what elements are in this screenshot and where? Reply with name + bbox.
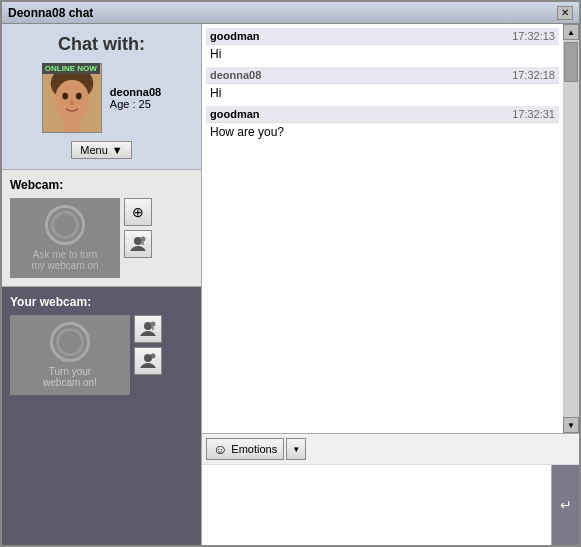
send-icon: ↵ [560,497,572,513]
left-panel: Chat with: ONLINE NOW [2,24,202,545]
chat-with-section: Chat with: ONLINE NOW [2,24,201,170]
local-webcam-preview: Turn yourwebcam on! [10,315,130,395]
scroll-thumb[interactable] [564,42,578,82]
your-webcam-box: Turn yourwebcam on! [10,315,193,395]
menu-button[interactable]: Menu ▼ [71,141,131,159]
zoom-in-icon: ⊕ [132,204,144,220]
username-label: deonna08 [110,86,161,98]
scrollbar: ▲ ▼ [563,24,579,433]
chevron-down-icon: ▼ [112,144,123,156]
bottom-bar: ☺ Emotions ▼ ↵ [202,433,579,545]
webcam-section: Webcam: Ask me to turnmy webcam on ⊕ [2,170,201,287]
chat-area-wrapper: goodman 17:32:13 Hi deonna08 17:32:18 Hi [202,24,579,433]
svg-point-4 [76,93,82,100]
camera-icon [139,353,157,369]
ask-webcam-text: Ask me to turnmy webcam on [31,249,98,271]
chat-with-title: Chat with: [58,34,145,55]
emotions-dropdown[interactable]: ▼ [286,438,306,460]
chat-window: Deonna08 chat ✕ Chat with: ONLINE NOW [0,0,581,547]
message-body: How are you? [206,123,559,143]
message-sender: deonna08 [210,69,261,81]
message-time: 17:32:13 [512,30,555,42]
message-sender: goodman [210,108,260,120]
webcam-person-icon [129,236,147,252]
dropdown-arrow-icon: ▼ [292,445,300,454]
right-panel: goodman 17:32:13 Hi deonna08 17:32:18 Hi [202,24,579,545]
input-area: ↵ [202,465,579,545]
chat-messages[interactable]: goodman 17:32:13 Hi deonna08 17:32:18 Hi [202,24,563,433]
age-label: Age : 25 [110,98,161,110]
remote-webcam-preview: Ask me to turnmy webcam on [10,198,120,278]
table-row: goodman 17:32:13 Hi [206,28,559,65]
message-header: goodman 17:32:31 [206,106,559,123]
close-button[interactable]: ✕ [557,6,573,20]
message-body: Hi [206,45,559,65]
message-sender: goodman [210,30,260,42]
your-webcam-wrapper: Your webcam: Turn yourwebcam on! [2,287,201,545]
scroll-up-arrow[interactable]: ▲ [563,24,579,40]
your-webcam-btn-2[interactable] [134,347,162,375]
message-input[interactable] [202,465,551,545]
message-body: Hi [206,84,559,104]
svg-rect-6 [64,118,79,132]
webcam-icon-button[interactable] [124,230,152,258]
smiley-icon: ☺ [213,441,227,457]
webcam-controls: ⊕ [124,198,152,278]
your-webcam-controls [134,315,162,395]
your-webcam-circle [50,322,90,362]
online-badge: ONLINE NOW [42,63,100,74]
svg-point-5 [70,100,74,105]
your-webcam-btn-1[interactable] [134,315,162,343]
webcam-section-label: Webcam: [10,178,193,192]
svg-point-14 [151,354,155,358]
emotions-bar: ☺ Emotions ▼ [202,434,579,465]
turn-webcam-text: Turn yourwebcam on! [43,366,97,388]
user-text: deonna08 Age : 25 [110,86,161,110]
message-header: goodman 17:32:13 [206,28,559,45]
user-info-box: ONLINE NOW [42,63,161,133]
emotions-label: Emotions [231,443,277,455]
svg-point-8 [141,237,146,242]
main-content: Chat with: ONLINE NOW [2,24,579,545]
scroll-down-arrow[interactable]: ▼ [563,417,579,433]
send-button[interactable]: ↵ [551,465,579,545]
camera-person-icon [139,321,157,337]
webcam-circle [45,205,85,245]
svg-point-11 [151,322,156,327]
table-row: goodman 17:32:31 How are you? [206,106,559,143]
svg-point-3 [62,93,68,100]
zoom-in-button[interactable]: ⊕ [124,198,152,226]
message-time: 17:32:31 [512,108,555,120]
emotions-button[interactable]: ☺ Emotions [206,438,284,460]
webcam-box: Ask me to turnmy webcam on ⊕ [10,198,193,278]
your-webcam-label: Your webcam: [10,295,193,309]
message-time: 17:32:18 [512,69,555,81]
table-row: deonna08 17:32:18 Hi [206,67,559,104]
avatar-container: ONLINE NOW [42,63,102,133]
window-title: Deonna08 chat [8,6,93,20]
message-header: deonna08 17:32:18 [206,67,559,84]
title-bar: Deonna08 chat ✕ [2,2,579,24]
